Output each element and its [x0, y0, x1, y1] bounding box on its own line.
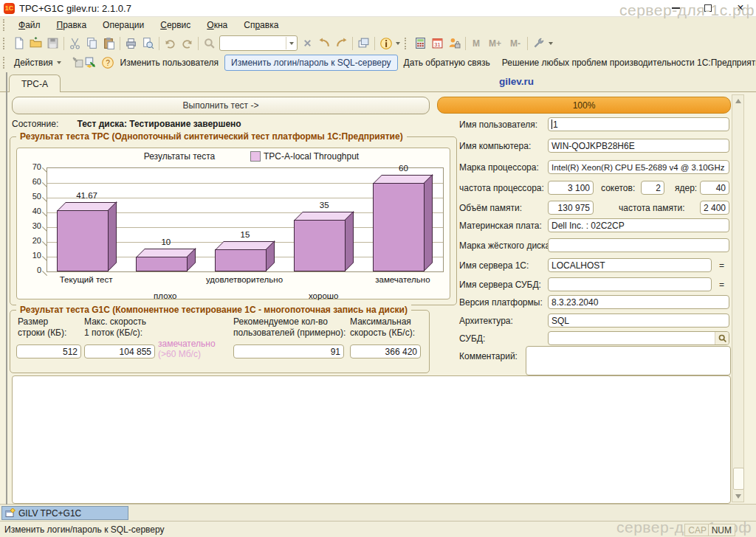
restore-button[interactable]	[701, 1, 715, 15]
memory-m-plus-button[interactable]: M+	[484, 38, 506, 49]
print-preview-icon[interactable]	[140, 35, 157, 52]
motherboard-label: Материнская плата:	[459, 221, 542, 231]
server-db-field[interactable]	[548, 277, 712, 291]
svg-text:?: ?	[106, 58, 110, 66]
menu-edit[interactable]: Правка	[49, 18, 95, 32]
scroll-down-button[interactable]	[732, 491, 743, 502]
results-text-area[interactable]	[12, 375, 731, 504]
nav-back-icon[interactable]	[316, 35, 333, 52]
scroll-up-button[interactable]	[732, 95, 743, 106]
scroll-down-icon	[735, 494, 741, 499]
cpu-freq-field[interactable]: 3 100	[548, 181, 594, 195]
paste-icon[interactable]	[100, 35, 117, 52]
window-tab-gilv[interactable]: GILV TPC+G1C	[1, 506, 128, 520]
bar-value-label: 60	[370, 164, 436, 173]
separator	[527, 37, 528, 50]
caps-lock-indicator: CAP	[684, 524, 710, 536]
redo-icon[interactable]	[179, 35, 196, 52]
memory-freq-field[interactable]: 2 400	[700, 201, 729, 215]
category-label: плохо	[111, 291, 219, 300]
dbms-lookup-button[interactable]	[715, 332, 729, 344]
category-label: хорошо	[269, 291, 378, 300]
new-document-icon[interactable]	[10, 35, 27, 52]
windows-list-icon[interactable]	[355, 35, 372, 52]
hdd-field[interactable]	[548, 238, 729, 252]
scroll-up-icon	[735, 99, 741, 103]
users-field[interactable]: 91	[233, 344, 344, 358]
copy-icon[interactable]	[83, 35, 100, 52]
save-icon[interactable]	[44, 35, 61, 52]
platform-field[interactable]: 8.3.23.2040	[548, 295, 729, 309]
separator	[465, 37, 466, 50]
cpu-model-label: Марка процессора:	[459, 162, 539, 173]
user-lock-icon[interactable]	[446, 35, 463, 52]
calendar-icon[interactable]: 31	[429, 35, 446, 52]
cores-field[interactable]: 40	[700, 181, 729, 195]
gilev-link[interactable]: gilev.ru	[499, 76, 534, 87]
state-label: Состояние:	[12, 119, 58, 129]
close-button[interactable]: ×	[734, 1, 747, 15]
nav-forward-icon[interactable]	[333, 35, 350, 52]
state-row: Состояние: Тест диска: Тестирование заве…	[12, 119, 241, 129]
comment-label: Комментарий:	[459, 351, 518, 361]
y-axis-label: 50	[22, 192, 41, 201]
settings-dropdown[interactable]	[547, 42, 554, 45]
cpu-model-field[interactable]: Intel(R) Xeon(R) CPU E5-2689 v4 @ 3.10GH…	[548, 160, 729, 174]
menu-file[interactable]: Файл	[10, 18, 49, 32]
calculator-icon[interactable]	[412, 35, 429, 52]
architecture-field[interactable]: SQL	[548, 313, 729, 328]
computer-name-field[interactable]: WIN-QOJKPB28H6E	[548, 139, 729, 153]
save-values-icon[interactable]	[84, 55, 97, 71]
feedback-button[interactable]: Дать обратную связь	[398, 55, 496, 70]
change-user-button[interactable]: Изменить пользователя	[114, 55, 224, 70]
comment-field[interactable]	[526, 346, 731, 375]
tab-tpc-a[interactable]: TPC-A	[9, 75, 61, 92]
open-folder-icon[interactable]	[27, 35, 44, 52]
server-1c-field[interactable]: LOCALHOST	[548, 258, 712, 272]
toolbar-grip	[3, 38, 7, 49]
memory-field[interactable]: 130 975	[548, 201, 594, 215]
menu-help[interactable]: Справка	[236, 18, 286, 32]
menu-service[interactable]: Сервис	[152, 18, 199, 32]
vertical-scrollbar[interactable]	[732, 94, 744, 502]
title-bar: 1C TPC+G1C gilev.ru: 2.1.0.7 ×	[0, 0, 756, 17]
minimize-button[interactable]	[669, 1, 682, 15]
memory-m-button[interactable]: M	[468, 38, 484, 49]
bar	[57, 210, 109, 271]
app-1c-icon: 1C	[4, 3, 15, 14]
scrollbar-thumb[interactable]	[733, 468, 744, 490]
info-dropdown[interactable]	[394, 42, 402, 45]
solutions-button[interactable]: Решение любых проблем производительности…	[496, 55, 756, 70]
settings-wrench-icon[interactable]	[530, 35, 547, 52]
search-input[interactable]	[220, 37, 286, 49]
info-icon[interactable]	[377, 35, 394, 52]
menu-operations[interactable]: Операции	[94, 18, 152, 32]
row-size-field[interactable]: 512	[16, 344, 81, 358]
actions-menu-button[interactable]: Действия	[8, 55, 67, 70]
clear-search-icon[interactable]	[299, 35, 316, 52]
run-test-button[interactable]: Выполнить тест ->	[12, 97, 430, 114]
undo-icon[interactable]	[162, 35, 179, 52]
help-icon[interactable]: ?	[101, 55, 114, 71]
max-speed-field[interactable]: 366 420	[350, 344, 421, 358]
g1c-result-group: Результат теста G1C (Компонентное тестир…	[10, 310, 430, 373]
memory-label: Объём памяти:	[459, 203, 522, 213]
dbms-field[interactable]	[548, 331, 729, 345]
search-dropdown-button[interactable]	[286, 37, 297, 49]
sockets-label: сокетов:	[601, 183, 635, 193]
memory-m-minus-button[interactable]: M-	[506, 38, 525, 49]
bar-side-face	[345, 211, 354, 271]
cut-icon[interactable]	[66, 35, 83, 52]
sockets-field[interactable]: 2	[641, 181, 664, 195]
print-icon[interactable]	[123, 35, 140, 52]
max-speed-1-field[interactable]: 104 855	[84, 344, 155, 358]
menu-windows[interactable]: Окна	[199, 18, 236, 32]
user-name-field[interactable]: 1	[548, 117, 729, 131]
equals-sign: =	[719, 280, 724, 290]
motherboard-field[interactable]: Dell Inc. : 02C2CP	[548, 218, 729, 232]
search-combobox[interactable]	[219, 35, 298, 51]
search-icon[interactable]	[201, 35, 218, 52]
change-sql-login-button[interactable]: Изменить логин/пароль к SQL-серверу	[224, 55, 398, 71]
restore-values-icon[interactable]	[72, 55, 84, 71]
chart: Результаты теста TPC-A-local Throughput …	[16, 148, 450, 299]
